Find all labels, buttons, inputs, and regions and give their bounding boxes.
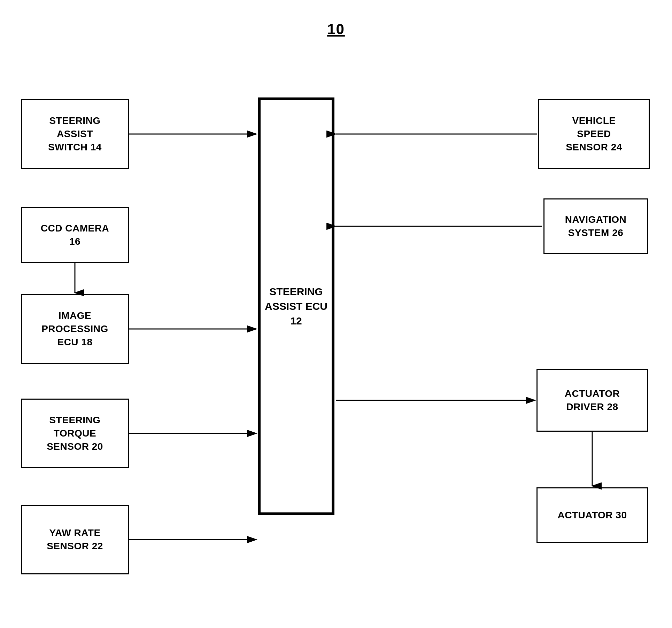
actuator-driver-label: ACTUATORDRIVER 28 (565, 387, 620, 414)
navigation-system-label: NAVIGATIONSYSTEM 26 (565, 213, 627, 240)
diagram-container: 10 STEERINGASSIST ECU 12 STEERINGASSISTS… (0, 0, 672, 628)
figure-label: 10 (327, 21, 345, 38)
navigation-system-block: NAVIGATIONSYSTEM 26 (543, 198, 648, 254)
ccd-camera-block: CCD CAMERA16 (21, 207, 129, 263)
image-processing-ecu-block: IMAGEPROCESSINGECU 18 (21, 294, 129, 364)
vehicle-speed-sensor-block: VEHICLESPEEDSENSOR 24 (538, 99, 650, 169)
ecu-label: STEERINGASSIST ECU 12 (261, 284, 332, 328)
ecu-block: STEERINGASSIST ECU 12 (258, 97, 334, 515)
steering-torque-sensor-label: STEERINGTORQUESENSOR 20 (47, 414, 103, 453)
actuator-driver-block: ACTUATORDRIVER 28 (536, 369, 648, 432)
steering-torque-sensor-block: STEERINGTORQUESENSOR 20 (21, 399, 129, 468)
steering-assist-switch-block: STEERINGASSISTSWITCH 14 (21, 99, 129, 169)
yaw-rate-sensor-block: YAW RATESENSOR 22 (21, 505, 129, 574)
actuator-label: ACTUATOR 30 (558, 509, 627, 522)
steering-assist-switch-label: STEERINGASSISTSWITCH 14 (48, 114, 102, 154)
yaw-rate-sensor-label: YAW RATESENSOR 22 (47, 526, 103, 553)
image-processing-ecu-label: IMAGEPROCESSINGECU 18 (41, 309, 108, 348)
ccd-camera-label: CCD CAMERA16 (41, 222, 109, 248)
vehicle-speed-sensor-label: VEHICLESPEEDSENSOR 24 (566, 114, 622, 154)
actuator-block: ACTUATOR 30 (536, 487, 648, 543)
